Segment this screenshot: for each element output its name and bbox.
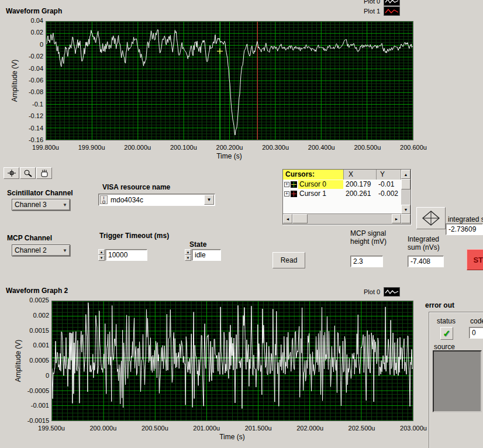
graph-pan-tool-icon[interactable] — [36, 167, 52, 179]
diamond-button[interactable] — [416, 207, 446, 229]
error-status-label: status — [437, 317, 456, 325]
graph1-title: Waveform Graph — [6, 7, 62, 15]
cursor-row-x[interactable]: 200.179 — [346, 180, 376, 189]
scrollbar-corner — [401, 214, 410, 223]
tick-label: 200.500u — [134, 425, 175, 432]
chevron-down-icon[interactable]: ▼ — [63, 248, 67, 253]
scroll-right-icon[interactable]: ► — [392, 214, 401, 223]
scintillator-channel-label: Scintillator Channel — [7, 189, 73, 197]
tick-label: 200.000u — [82, 425, 123, 432]
chevron-down-icon[interactable]: ▼ — [204, 195, 214, 205]
graph2-xlabel: Time (s) — [203, 433, 261, 441]
waveform-graph-1-trace[interactable] — [46, 22, 413, 140]
trigger-timeout-label: Trigger Timeout (ms) — [99, 232, 169, 240]
tick-label: 0.002 — [16, 312, 49, 319]
scroll-up-icon[interactable]: ▲ — [401, 170, 410, 179]
graph2-ylabel: Amplitude (V) — [14, 333, 23, 389]
tick-label: 199.500u — [31, 425, 72, 432]
stop-button[interactable]: STOP — [467, 249, 483, 270]
graph1-xlabel: Time (s) — [200, 152, 258, 160]
cursor-table-header-y: Y — [377, 170, 401, 180]
diamond-icon — [419, 209, 443, 227]
decrement-icon[interactable]: ▼ — [98, 255, 105, 261]
expand-plus-icon[interactable]: + — [284, 191, 289, 197]
graph-zoom-tool-icon[interactable] — [20, 167, 36, 179]
tick-label: -0.16 — [11, 136, 43, 143]
cursor-row-y[interactable]: -0.01 — [378, 180, 401, 189]
tick-label: 201.500u — [238, 425, 279, 432]
plot1-line-icon[interactable] — [384, 6, 400, 16]
tick-label: 200.400u — [301, 144, 342, 151]
cursor0-crosshair-icon — [291, 181, 297, 188]
state-value: idle — [192, 249, 221, 261]
tick-label: -0.12 — [11, 112, 43, 119]
tick-label: 200.600u — [393, 144, 434, 151]
waveform-graph-2-trace[interactable] — [52, 301, 413, 421]
expand-plus-icon[interactable]: + — [284, 182, 289, 187]
scroll-down-icon[interactable]: ▼ — [401, 205, 410, 214]
integrated-sum-value: -7.408 — [408, 256, 444, 267]
scrollbar-thumb[interactable] — [292, 214, 308, 223]
graph1-legend-plot0[interactable]: Plot 0 — [364, 0, 400, 6]
tick-label: 200.500u — [347, 144, 388, 151]
increment-icon[interactable]: ▲ — [185, 249, 191, 255]
scintillator-channel-dropdown[interactable]: Channel 3 ▼ — [12, 199, 70, 211]
state-label: State — [189, 240, 206, 249]
scrollbar-thumb[interactable] — [401, 179, 410, 189]
horizontal-scrollbar[interactable] — [292, 214, 392, 223]
graph1-ylabel: Amplitude (V) — [11, 53, 20, 109]
trigger-timeout-input[interactable]: 10000 — [105, 249, 147, 261]
cursor-row-y[interactable]: -0.002 — [378, 189, 401, 198]
tick-label: 201.000u — [186, 425, 227, 432]
legend-label: Plot 0 — [364, 0, 380, 5]
tick-label: -0.0015 — [16, 417, 49, 424]
tick-label: 0.02 — [11, 29, 43, 36]
chevron-down-icon[interactable]: ▼ — [63, 202, 67, 208]
read-button[interactable]: Read — [272, 252, 305, 268]
tick-label: 0.0025 — [16, 297, 49, 304]
mcp-channel-dropdown[interactable]: Channel 2 ▼ — [12, 244, 70, 256]
decrement-icon[interactable]: ▼ — [185, 255, 191, 261]
cursor-row-x[interactable]: 200.261 — [346, 189, 376, 198]
scroll-left-icon[interactable]: ◄ — [283, 214, 292, 223]
graph2-legend-plot0[interactable]: Plot 0 — [364, 287, 400, 297]
mcp-channel-value: Channel 2 — [15, 246, 47, 254]
error-code-value: 0 — [469, 327, 483, 339]
plot0-line-icon[interactable] — [384, 287, 400, 297]
visa-resource-combobox[interactable]: IO mdo4034c ▼ — [98, 194, 215, 206]
error-out-title: error out — [425, 301, 454, 309]
tick-label: 199.900u — [71, 144, 112, 151]
io-glyph-icon: IO — [100, 195, 108, 204]
mcp-channel-label: MCP Channel — [7, 234, 52, 242]
waveform-graph-2-plot[interactable] — [51, 301, 413, 421]
increment-icon[interactable]: ▲ — [98, 249, 105, 255]
tick-label: 200.000u — [117, 144, 158, 151]
error-status-led[interactable]: ✓ — [440, 327, 453, 340]
state-stepper[interactable]: ▲ ▼ — [185, 249, 191, 261]
tick-label: 200.300u — [255, 144, 296, 151]
cursor-table-header-x: X — [344, 170, 377, 180]
tick-label: 200.100u — [163, 144, 204, 151]
graph1-legend-plot1[interactable]: Plot 1 — [364, 6, 400, 16]
cursor-row-name[interactable]: Cursor 0 — [298, 180, 343, 189]
integrated-s-label: integrated s — [448, 215, 483, 223]
vertical-scrollbar[interactable] — [401, 179, 410, 205]
scintillator-channel-value: Channel 3 — [15, 201, 47, 209]
trigger-timeout-stepper[interactable]: ▲ ▼ — [98, 249, 105, 261]
error-source-textbox[interactable] — [433, 350, 482, 412]
cursor1-crosshair-icon — [291, 191, 297, 197]
tick-label: -0.14 — [11, 125, 43, 132]
visa-resource-label: VISA resource name — [102, 183, 170, 191]
graph-cursor-tool-icon[interactable] — [4, 167, 19, 179]
stop-button-label: STOP — [473, 256, 483, 264]
cursor-table-header-name: Cursors: — [283, 170, 344, 180]
visa-resource-value[interactable]: mdo4034c — [111, 196, 143, 204]
cursor-row-name[interactable]: Cursor 1 — [298, 189, 343, 198]
plot0-line-icon[interactable] — [384, 0, 400, 6]
cursor-legend-panel: Cursors: X Y + Cursor 0 200.179 -0.01 + … — [282, 169, 411, 225]
integrated-s-value: -2.73609 — [446, 223, 483, 235]
tick-label: 0.04 — [11, 17, 43, 24]
waveform-graph-1-plot[interactable] — [46, 21, 413, 140]
tick-label: 200.200u — [209, 144, 250, 151]
legend-label: Plot 0 — [364, 288, 380, 295]
